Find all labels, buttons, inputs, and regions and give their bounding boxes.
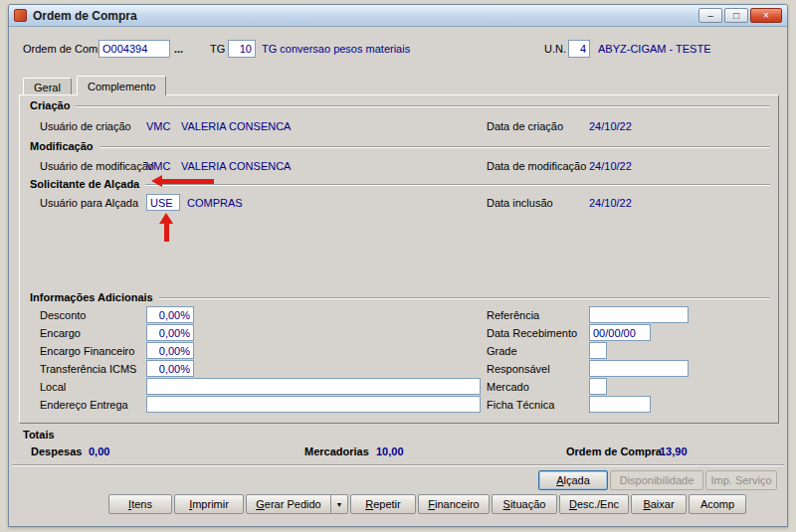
un-label: U.N. [544,43,566,55]
imp-servico-button[interactable]: Imp. Serviço [705,470,777,490]
arrow-up-shaft [164,224,169,242]
un-input[interactable] [568,40,590,58]
usuario-alcada-input[interactable] [146,194,180,211]
tg-input[interactable] [228,40,256,58]
tab-geral[interactable]: Geral [23,78,72,95]
field-row: Encargo Data Recebimento [20,326,778,343]
field-row: Transferência ICMS Responsável [20,362,778,379]
itens-button[interactable]: Itens [108,494,172,514]
desconto-label: Desconto [40,309,86,321]
tab-complemento[interactable]: Complemento [77,76,166,95]
ordem-input[interactable] [99,40,170,58]
window-title: Ordem de Compra [33,9,137,23]
arrow-up-tip [159,213,173,224]
imprimir-button[interactable]: Imprimir [174,494,244,514]
disponibilidade-button[interactable]: Disponibilidade [610,470,703,490]
usuario-modificacao-label: Usuário de modificação [40,160,154,172]
tab-panel-complemento: Criação Usuário de criação VMC VALERIA C… [19,94,779,424]
separator [12,464,784,466]
section-adicionais-title: Informações Adicionais [30,291,153,303]
endereco-entrega-label: Endereço Entrega [40,399,128,411]
usuario-alcada-name: COMPRAS [187,197,243,209]
section-alcada-title: Solicitante de Alçada [30,178,139,190]
totais-title: Totais [23,429,55,441]
section-alcada-header: Solicitante de Alçada [30,177,770,190]
field-row: Local Mercado [20,380,778,397]
gerar-pedido-dropdown-icon[interactable]: ▼ [331,494,348,514]
transferencia-icms-input[interactable] [146,360,194,377]
field-row: Endereço Entrega Ficha Técnica [20,398,778,415]
encargo-financeiro-input[interactable] [146,342,194,359]
ordem-compra-total-value: 13,90 [660,445,688,457]
ficha-tecnica-input[interactable] [589,396,651,413]
endereco-entrega-input[interactable] [146,396,481,413]
acomp-button[interactable]: Acomp [689,494,746,514]
ordem-de-compra-window: Ordem de Compra – □ × Ordem de Compra ..… [8,4,788,527]
annotation-arrow-use-field [159,213,173,242]
alcada-button[interactable]: Alçada [538,470,608,490]
header-fields: Ordem de Compra ... TG TG conversao peso… [9,39,787,61]
tg-label: TG [210,43,225,55]
transferencia-icms-label: Transferência ICMS [40,363,136,375]
section-criacao-header: Criação [30,98,770,111]
mercado-input[interactable] [589,378,607,395]
usuario-criacao-name: VALERIA CONSENCA [181,120,291,132]
browse-button[interactable]: ... [174,43,183,55]
titlebar[interactable]: Ordem de Compra – □ × [9,5,787,27]
mercado-label: Mercado [487,381,529,393]
situacao-button[interactable]: Situação [492,494,557,514]
usuario-modificacao-name: VALERIA CONSENCA [181,160,291,172]
section-modificacao-header: Modificação [30,139,770,152]
arrow-left-tip [151,175,162,187]
repetir-button[interactable]: Repetir [350,494,416,514]
modificacao-row: Usuário de modificação VMC VALERIA CONSE… [20,159,778,176]
local-input[interactable] [146,378,481,395]
data-modificacao-value: 24/10/22 [589,160,632,172]
section-criacao-title: Criação [30,99,70,111]
referencia-input[interactable] [589,306,689,323]
totals-row: Despesas 0,00 Mercadorias 10,00 Ordem de… [9,444,787,458]
usuario-criacao-code: VMC [146,120,170,132]
mercadorias-value: 10,00 [376,445,404,457]
section-modificacao-title: Modificação [30,140,94,152]
data-recebimento-input[interactable] [589,324,651,341]
un-description: ABYZ-CIGAM - TESTE [598,43,710,55]
usuario-criacao-label: Usuário de criação [40,120,131,132]
responsavel-input[interactable] [589,360,689,377]
section-divider [159,297,770,299]
action-row-top: Alçada Disponibilidade Imp. Serviço [538,470,777,490]
field-row: Encargo Financeiro Grade [20,344,778,361]
desc-enc-button[interactable]: Desc./Enc [559,494,629,514]
criacao-row: Usuário de criação VMC VALERIA CONSENCA … [20,119,778,136]
mercadorias-label: Mercadorias [304,445,369,457]
close-icon[interactable]: × [750,8,782,23]
annotation-arrow-solicitante [151,175,214,187]
data-criacao-value: 24/10/22 [589,120,632,132]
grade-label: Grade [487,345,517,357]
despesas-label: Despesas [31,445,82,457]
gerar-pedido-button[interactable]: Gerar Pedido [246,494,331,514]
maximize-icon[interactable]: □ [724,8,748,23]
baixar-button[interactable]: Baixar [631,494,687,514]
responsavel-label: Responsável [487,363,550,375]
encargo-financeiro-label: Encargo Financeiro [40,345,134,357]
action-row-bottom: Itens Imprimir Gerar Pedido ▼ Repetir Fi… [108,494,746,514]
desconto-input[interactable] [146,306,194,323]
ficha-tecnica-label: Ficha Técnica [487,399,554,411]
minimize-icon[interactable]: – [698,8,722,23]
data-criacao-label: Data de criação [487,120,563,132]
encargo-input[interactable] [146,324,194,341]
gerar-pedido-split-button: Gerar Pedido ▼ [246,494,348,514]
field-row: Desconto Referência [20,308,778,325]
arrow-left-shaft [162,179,214,184]
section-adicionais-header: Informações Adicionais [30,290,770,303]
grade-input[interactable] [589,342,607,359]
usuario-modificacao-code: VMC [146,160,170,172]
section-divider [145,184,770,186]
financeiro-button[interactable]: Financeiro [418,494,490,514]
app-icon [14,9,27,22]
data-inclusao-label: Data inclusão [487,197,553,209]
despesas-value: 0,00 [89,445,109,457]
section-divider [100,146,770,148]
section-divider [76,105,770,107]
